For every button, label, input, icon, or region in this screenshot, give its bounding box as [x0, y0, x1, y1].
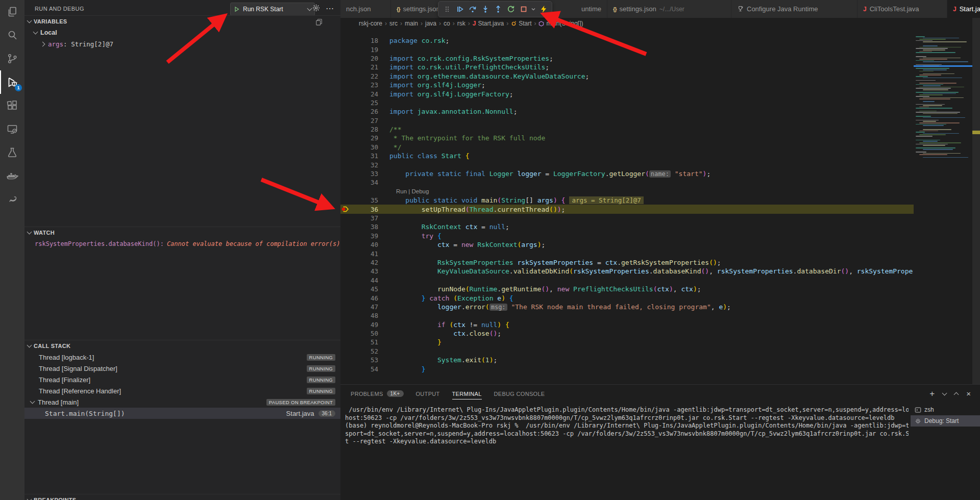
- code-line-36[interactable]: 36 setUpThread(Thread.currentThread());: [340, 205, 914, 213]
- code-line-34[interactable]: 34: [340, 178, 914, 187]
- code-line-40[interactable]: 40 ctx = new RskContext(args);: [340, 240, 914, 249]
- code-line-51[interactable]: 51 }: [340, 338, 914, 346]
- code-line-35[interactable]: 35 public static void main(String[] args…: [340, 196, 914, 205]
- breadcrumb-item-start-java[interactable]: JStart.java: [473, 20, 504, 27]
- testing-icon[interactable]: [0, 141, 24, 164]
- breadcrumb-item-rsk[interactable]: rsk: [457, 20, 465, 27]
- code-line-52[interactable]: 52: [340, 347, 914, 356]
- code-line-31[interactable]: 31public class Start {: [340, 152, 914, 160]
- stop-chevron-icon[interactable]: [530, 3, 537, 16]
- code-line-29[interactable]: 29 * The entrypoint for the RSK full nod…: [340, 134, 914, 142]
- code-line-44[interactable]: 44: [340, 276, 914, 285]
- panel-tab-debug-console[interactable]: DEBUG CONSOLE: [489, 385, 550, 403]
- breadcrumb-item-java[interactable]: java: [425, 20, 436, 27]
- code-line-33[interactable]: 33 private static final Logger logger = …: [340, 169, 914, 178]
- code-line-30[interactable]: 30 */: [340, 143, 914, 152]
- watch-section-header[interactable]: WATCH: [24, 227, 340, 238]
- panel-tab-problems[interactable]: PROBLEMS1K+: [346, 385, 409, 403]
- tab-start-java[interactable]: JStart.java×: [947, 0, 980, 18]
- variables-scope-local[interactable]: Local: [24, 27, 340, 38]
- code-line-50[interactable]: 50 ctx.close();: [340, 329, 914, 338]
- watch-expression-row[interactable]: rskSystemProperties.databaseKind(): Cann…: [24, 238, 340, 249]
- call-stack-thread-row[interactable]: Thread [logback-1]RUNNING: [24, 352, 340, 363]
- explorer-icon[interactable]: [0, 0, 24, 23]
- maximize-panel-icon[interactable]: [954, 392, 959, 397]
- paused-breakpoint-icon[interactable]: [340, 205, 350, 213]
- new-terminal-icon[interactable]: +: [929, 389, 935, 398]
- code-line-18[interactable]: 18package co.rsk;: [340, 36, 914, 45]
- stop-icon[interactable]: [517, 3, 530, 16]
- call-stack-thread-row[interactable]: Thread [Finalizer]RUNNING: [24, 374, 340, 385]
- run-and-debug-icon[interactable]: 1: [0, 70, 24, 94]
- code-line-45[interactable]: 45 runNode(Runtime.getRuntime(), new Pre…: [340, 285, 914, 293]
- code-line-24[interactable]: 24import org.slf4j.LoggerFactory;: [340, 89, 914, 98]
- call-stack-section-header[interactable]: CALL STACK: [24, 340, 340, 352]
- breadcrumb-item-rskj-core[interactable]: rskj-core: [359, 20, 382, 27]
- start-debug-icon[interactable]: [234, 6, 240, 12]
- code-line-21[interactable]: 21import co.rsk.util.PreflightChecksUtil…: [340, 63, 914, 71]
- breadcrumb-item-start[interactable]: Start: [511, 20, 531, 27]
- code-line-39[interactable]: 39 try {: [340, 232, 914, 240]
- debug-config-select[interactable]: Run RSK Start: [230, 3, 315, 16]
- call-stack-thread-row[interactable]: Thread [main]PAUSED ON BREAKPOINT: [24, 396, 340, 408]
- hot-code-replace-icon[interactable]: [537, 3, 550, 16]
- code-line-46[interactable]: 46 } catch (Exception e) {: [340, 293, 914, 302]
- restart-icon[interactable]: [504, 3, 517, 16]
- source-control-icon[interactable]: [0, 47, 24, 70]
- code-line-32[interactable]: 32: [340, 160, 914, 169]
- terminal-session-debug-start[interactable]: Debug: Start: [911, 415, 980, 427]
- minimap[interactable]: [914, 29, 972, 384]
- code-line-48[interactable]: 48: [340, 311, 914, 320]
- step-over-icon[interactable]: [466, 3, 479, 16]
- code-line-49[interactable]: 49 if (ctx != null) {: [340, 320, 914, 329]
- terminal-output[interactable]: /usr/bin/env /Library/Internet\ Plug-Ins…: [345, 406, 909, 500]
- code-line-27[interactable]: 27: [340, 116, 914, 125]
- tab-configure-java-runtime[interactable]: Configure Java Runtime: [731, 0, 857, 18]
- panel-tab-terminal[interactable]: TERMINAL: [447, 385, 487, 403]
- code-line-19[interactable]: 19: [340, 45, 914, 54]
- search-icon[interactable]: [0, 23, 24, 47]
- breadcrumb-item-main[interactable]: main: [405, 20, 418, 27]
- call-stack-frame-row[interactable]: Start.main(String[])Start.java36:1: [24, 408, 340, 419]
- code-line-22[interactable]: 22import org.ethereum.datasource.KeyValu…: [340, 72, 914, 81]
- more-actions-icon[interactable]: ⋯: [326, 4, 334, 13]
- tab-settings-json[interactable]: {}settings.json~/.../User: [607, 0, 731, 18]
- variable-row-args[interactable]: args: String[2]@7: [24, 38, 340, 49]
- tab-nch-json[interactable]: nch.json: [340, 0, 391, 18]
- code-line-23[interactable]: 23import org.slf4j.Logger;: [340, 81, 914, 89]
- remote-explorer-icon[interactable]: [0, 117, 24, 141]
- extensions-icon[interactable]: [0, 94, 24, 117]
- codelens-run-debug[interactable]: Run | Debug: [380, 188, 429, 194]
- code-line-37[interactable]: 37: [340, 214, 914, 222]
- tab-clitoolstest-java[interactable]: JCliToolsTest.java: [857, 0, 947, 18]
- gear-icon[interactable]: [312, 4, 320, 12]
- panel-tab-output[interactable]: OUTPUT: [411, 385, 445, 403]
- terminal-session-zsh[interactable]: zsh: [911, 404, 980, 415]
- breadcrumb-item-co[interactable]: co: [444, 20, 450, 27]
- breadcrumb-item-main-string-[interactable]: main(String[]): [538, 20, 583, 27]
- chevron-down-icon[interactable]: [307, 6, 312, 11]
- code-line-28[interactable]: 28/**: [340, 125, 914, 134]
- breakpoints-section-header[interactable]: BREAKPOINTS: [24, 494, 340, 500]
- gradle-icon[interactable]: [0, 188, 24, 211]
- code-line-47[interactable]: 47 logger.error(msg: "The RSK node main …: [340, 303, 914, 311]
- overview-ruler[interactable]: [972, 18, 980, 384]
- code-line-20[interactable]: 20import co.rsk.config.RskSystemProperti…: [340, 54, 914, 63]
- code-line-53[interactable]: 53 System.exit(1);: [340, 356, 914, 364]
- code-line-41[interactable]: 41: [340, 249, 914, 258]
- code-editor[interactable]: 18package co.rsk;1920import co.rsk.confi…: [340, 29, 914, 384]
- code-line-26[interactable]: 26import javax.annotation.Nonnull;: [340, 107, 914, 116]
- variables-section-header[interactable]: VARIABLES: [24, 15, 340, 27]
- call-stack-thread-row[interactable]: Thread [Reference Handler]RUNNING: [24, 385, 340, 396]
- breadcrumb-item-src[interactable]: src: [389, 20, 398, 27]
- continue-icon[interactable]: [453, 3, 466, 16]
- code-line-42[interactable]: 42 RskSystemProperties rskSystemProperti…: [340, 258, 914, 267]
- step-into-icon[interactable]: [479, 3, 492, 16]
- terminal-profile-chevron-icon[interactable]: [942, 390, 947, 395]
- docker-icon[interactable]: [0, 164, 24, 188]
- close-panel-icon[interactable]: ×: [966, 389, 971, 398]
- call-stack-thread-row[interactable]: Thread [Signal Dispatcher]RUNNING: [24, 363, 340, 374]
- step-out-icon[interactable]: [492, 3, 504, 16]
- code-line-38[interactable]: 38 RskContext ctx = null;: [340, 222, 914, 231]
- code-line-54[interactable]: 54 }: [340, 364, 914, 373]
